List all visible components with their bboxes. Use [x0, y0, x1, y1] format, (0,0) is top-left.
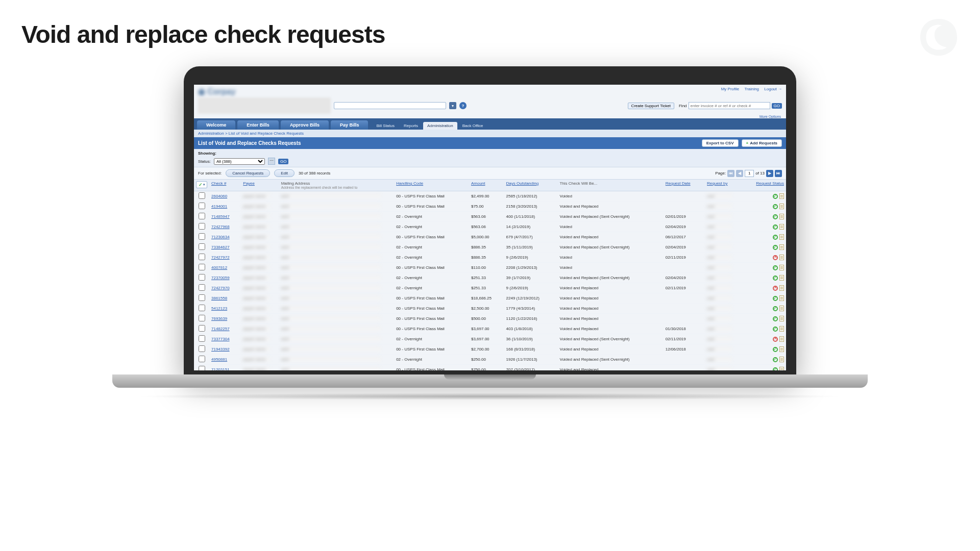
col-handling[interactable]: Handling Code [394, 180, 469, 191]
col-reqby[interactable]: Request by [705, 180, 740, 191]
check-number-link[interactable]: 2604060 [211, 194, 227, 198]
note-icon[interactable] [779, 295, 784, 301]
note-icon[interactable] [779, 357, 784, 362]
check-number-link[interactable]: 72427972 [211, 255, 230, 260]
check-number-link[interactable]: 4007812 [211, 265, 227, 270]
training-link[interactable]: Training [744, 87, 759, 91]
row-checkbox[interactable] [199, 315, 205, 321]
cell-amount: $563.06 [469, 212, 504, 222]
note-icon[interactable] [779, 326, 784, 332]
reqby-blurred: user [707, 235, 732, 239]
check-number-link[interactable]: 71230634 [211, 235, 230, 239]
check-number-link[interactable]: 7693639 [211, 316, 227, 321]
nav-tab-approve-bills[interactable]: Approve Bills [281, 120, 329, 130]
note-icon[interactable] [779, 193, 784, 199]
row-checkbox[interactable] [199, 264, 205, 270]
row-checkbox[interactable] [199, 356, 205, 362]
check-number-link[interactable]: 73384627 [211, 245, 230, 249]
row-checkbox[interactable] [199, 203, 205, 209]
company-selector-blurred [198, 97, 331, 114]
check-number-link[interactable]: 5412123 [211, 306, 227, 311]
global-search-go-icon[interactable]: ▾ [449, 102, 456, 109]
col-days[interactable]: Days Outstanding [504, 180, 558, 191]
subtab-administration[interactable]: Administration [423, 122, 457, 130]
pager-first-button[interactable]: ⏮ [727, 170, 734, 177]
subtab-reports[interactable]: Reports [400, 122, 422, 130]
row-checkbox[interactable] [199, 223, 205, 230]
check-number-link[interactable]: 73377304 [211, 337, 230, 341]
pager-last-button[interactable]: ⏭ [775, 170, 782, 177]
row-checkbox[interactable] [199, 325, 205, 332]
row-checkbox[interactable] [199, 345, 205, 352]
note-icon[interactable] [779, 224, 784, 230]
note-icon[interactable] [779, 306, 784, 311]
help-icon[interactable]: ? [459, 102, 467, 109]
note-icon[interactable] [779, 275, 784, 281]
subtab-bill-status[interactable]: Bill Status [372, 122, 399, 130]
note-icon[interactable] [779, 316, 784, 321]
check-number-link[interactable]: 4194001 [211, 204, 227, 209]
row-checkbox[interactable] [199, 284, 205, 291]
filter-go-button[interactable]: GO [278, 159, 288, 164]
check-number-link[interactable]: 3861558 [211, 296, 227, 300]
row-checkbox[interactable] [199, 335, 205, 342]
row-checkbox[interactable] [199, 366, 205, 370]
my-profile-link[interactable]: My Profile [721, 87, 740, 91]
col-payee[interactable]: Payee [241, 180, 279, 191]
pager-next-button[interactable]: ▶ [766, 170, 773, 177]
check-number-link[interactable]: 71943392 [211, 347, 230, 352]
logout-link[interactable]: Logout → [764, 87, 782, 91]
row-checkbox[interactable] [199, 233, 205, 240]
cancel-requests-button[interactable]: Cancel Requests [226, 169, 270, 177]
row-checkbox[interactable] [199, 305, 205, 311]
cell-handling: 02 - Overnight [394, 242, 469, 253]
more-options-link[interactable]: More Options [760, 115, 781, 118]
col-check[interactable]: Check # [209, 180, 241, 191]
check-number-link[interactable]: 4950881 [211, 357, 227, 362]
filter-options-button[interactable]: ⋯ [268, 158, 275, 165]
note-icon[interactable] [779, 336, 784, 342]
pager-current-input[interactable] [745, 170, 754, 177]
row-checkbox[interactable] [199, 294, 205, 301]
nav-tab-pay-bills[interactable]: Pay Bills [331, 120, 369, 130]
note-icon[interactable] [779, 234, 784, 240]
note-icon[interactable] [779, 346, 784, 352]
select-all-checkbox[interactable]: ✓▾ [196, 181, 207, 188]
create-support-ticket-button[interactable]: Create Support Ticket [628, 103, 674, 109]
breadcrumb-root[interactable]: Administration [198, 131, 224, 136]
col-reqstatus[interactable]: Request Status [740, 180, 786, 191]
find-go-button[interactable]: GO [772, 103, 782, 109]
add-requests-button[interactable]: +Add Requests [742, 139, 782, 147]
subtab-back-office[interactable]: Back Office [458, 122, 487, 130]
note-icon[interactable] [779, 255, 784, 260]
row-checkbox[interactable] [199, 254, 205, 260]
row-checkbox[interactable] [199, 213, 205, 219]
row-checkbox[interactable] [199, 192, 205, 199]
mailing-blurred: addr [281, 367, 381, 370]
note-icon[interactable] [779, 367, 784, 370]
check-number-link[interactable]: 72427970 [211, 286, 230, 290]
pager-prev-button[interactable]: ◀ [736, 170, 743, 177]
find-input[interactable] [689, 102, 770, 109]
check-number-link[interactable]: 72427968 [211, 224, 230, 229]
note-icon[interactable] [779, 244, 784, 250]
note-icon[interactable] [779, 285, 784, 291]
edit-button[interactable]: Edit [274, 169, 295, 177]
check-number-link[interactable]: 71482257 [211, 327, 230, 331]
check-number-link[interactable]: 71203151 [211, 367, 230, 370]
row-checkbox[interactable] [199, 243, 205, 250]
note-icon[interactable] [779, 214, 784, 219]
nav-tab-welcome[interactable]: Welcome [197, 120, 235, 130]
table-row: 71230634payee nameaddr00 - USPS First Cl… [194, 232, 786, 242]
global-search-input[interactable] [334, 102, 446, 109]
check-number-link[interactable]: 72370059 [211, 276, 230, 280]
status-filter-select[interactable]: All (388) [214, 158, 265, 165]
nav-tab-enter-bills[interactable]: Enter Bills [237, 120, 279, 130]
export-csv-button[interactable]: Export to CSV [702, 139, 739, 147]
row-checkbox[interactable] [199, 274, 205, 281]
note-icon[interactable] [779, 204, 784, 209]
check-number-link[interactable]: 71485947 [211, 214, 230, 219]
col-amount[interactable]: Amount [469, 180, 504, 191]
note-icon[interactable] [779, 265, 784, 270]
col-reqdate[interactable]: Request Date [664, 180, 705, 191]
